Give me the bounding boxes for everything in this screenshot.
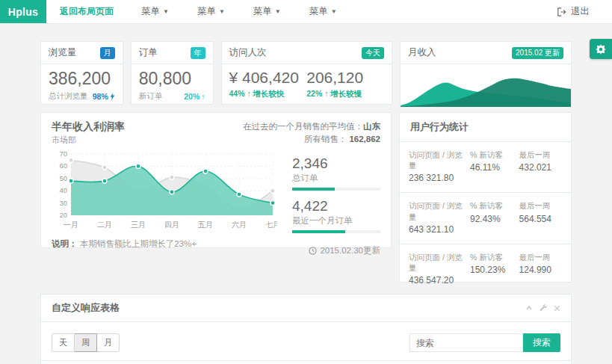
stat-label: % 新访客	[470, 149, 519, 160]
month-orders-value: 4,422	[292, 198, 380, 215]
col-progress: 进度	[317, 361, 370, 364]
visits-sub-1: 44% ↑ 增长较快	[229, 89, 307, 99]
settings-fab[interactable]	[590, 39, 612, 59]
visits-value-1: ¥ 406,420	[229, 69, 307, 87]
badge-today: 今天	[362, 47, 384, 59]
card-monthly-income: 月收入 2015.02 更新	[400, 41, 572, 105]
sign-out-icon	[557, 7, 566, 16]
svg-text:50: 50	[59, 173, 67, 182]
visits-value-2: 206,120	[306, 69, 384, 87]
updated-text: 2015.02.30更新	[320, 245, 380, 256]
caret-down-icon: ▼	[163, 8, 169, 15]
caret-down-icon: ▼	[331, 8, 337, 15]
badge-updated: 2015.02 更新	[512, 47, 563, 59]
period-filter-group: 天 周 月	[52, 333, 120, 352]
search-button[interactable]: 搜索	[523, 333, 560, 352]
note-label: 说明：	[52, 239, 78, 248]
svg-text:60: 60	[59, 161, 67, 170]
card-income-title: 月收入	[408, 46, 436, 59]
close-icon[interactable]	[554, 305, 560, 312]
stat-cards-row: 浏览量 月 386,200 总计浏览量 98% 订单 年 80,	[40, 41, 572, 105]
avg-sales-value: 山东	[363, 122, 380, 131]
svg-text:六月: 六月	[232, 220, 247, 229]
nav-menu-4-label: 菜单	[309, 5, 328, 18]
stat-label: 访问页面 / 浏览量	[409, 149, 470, 170]
month-orders-label: 最近一个月订单	[292, 215, 380, 226]
stat-value: 432.021	[519, 162, 562, 173]
svg-text:30: 30	[59, 198, 67, 206]
pageviews-label: 总计浏览量	[49, 91, 88, 102]
col-date: 日期	[422, 361, 518, 364]
card-orders-title: 订单	[139, 46, 158, 59]
table-panel-title: 自定义响应表格	[52, 301, 120, 315]
stat-value: 564.554	[519, 214, 562, 224]
col-project: 项目	[41, 361, 317, 364]
stat-value: 236 321.80	[409, 173, 470, 183]
nav-menu-1[interactable]: 菜单 ▼	[127, 5, 183, 18]
card-pageviews-title: 浏览量	[49, 46, 77, 59]
stat-value: 46.11%	[470, 162, 519, 173]
orders-label: 新订单	[139, 91, 163, 102]
col-action: 操作	[518, 361, 571, 364]
user-stats-row: 访问页面 / 浏览量 236 321.80 % 新访客 46.11% 最后一周 …	[400, 142, 571, 193]
total-orders-progress	[292, 188, 380, 191]
collapse-icon[interactable]	[525, 304, 533, 312]
user-stats-panel: 用户行为统计 访问页面 / 浏览量 236 321.80 % 新访客 46.11…	[399, 112, 572, 283]
filter-week-button[interactable]: 周	[75, 333, 97, 352]
top-navbar: Hplus 返回布局页面 菜单 ▼ 菜单 ▼ 菜单 ▼ 菜单 ▼ 退出	[0, 0, 612, 24]
filter-month-button[interactable]: 月	[97, 333, 120, 352]
filter-day-button[interactable]: 天	[52, 333, 75, 352]
orders-value: 80,800	[139, 69, 205, 89]
nav-menu-4[interactable]: 菜单 ▼	[295, 5, 351, 18]
stat-label: % 新访客	[470, 200, 519, 211]
nav-menu-3-label: 菜单	[253, 5, 272, 18]
card-pageviews: 浏览量 月 386,200 总计浏览量 98%	[40, 41, 123, 105]
search-input[interactable]	[409, 333, 523, 352]
page-content: 浏览量 月 386,200 总计浏览量 98% 订单 年 80,	[0, 24, 612, 364]
logout-label: 退出	[571, 5, 590, 18]
svg-text:七月: 七月	[265, 220, 277, 229]
month-orders-progress	[292, 230, 380, 233]
card-visits-title: 访问人次	[229, 46, 267, 59]
gear-icon	[596, 44, 606, 55]
note-text: 本期销售额比上期增长了23%+	[80, 239, 197, 248]
back-home-link[interactable]: 返回布局页面	[46, 5, 127, 18]
avg-sales-label: 在过去的一个月销售的平均值：	[243, 122, 363, 131]
stat-value: 643 321.10	[409, 224, 470, 235]
caret-down-icon: ▼	[275, 8, 281, 15]
pageviews-value: 386,200	[49, 69, 115, 89]
svg-text:40: 40	[59, 186, 67, 194]
user-stats-row: 访问页面 / 浏览量 643 321.10 % 新访客 92.43% 最后一周 …	[400, 193, 571, 244]
all-sales-label: 所有销售：	[304, 135, 347, 144]
stat-label: 访问页面 / 浏览量	[409, 252, 470, 273]
app-logo[interactable]: Hplus	[0, 0, 46, 23]
nav-menu-2-label: 菜单	[197, 5, 216, 18]
total-orders-value: 2,346	[292, 155, 380, 172]
projects-table: 项目 进度 任务 日期 操作 米莫说 | MiMO Show 20% 2014.…	[41, 360, 571, 364]
revenue-panel: 半年收入利润率 市场部 在过去的一个月销售的平均值：山东 所有销售： 162,8…	[40, 112, 392, 248]
nav-menu-3[interactable]: 菜单 ▼	[239, 5, 295, 18]
stat-value: 124.990	[519, 265, 562, 275]
revenue-line-chart: 203040506070一月二月三月四月五月六月七月	[52, 148, 280, 235]
clock-icon	[309, 247, 317, 255]
logout-button[interactable]: 退出	[557, 0, 612, 23]
wrench-icon[interactable]	[540, 304, 547, 312]
level-up-icon: ↑	[201, 92, 205, 101]
card-visits: 访问人次 今天 ¥ 406,420 44% ↑ 增长较快 206,120 22%…	[221, 41, 392, 105]
nav-menu: 返回布局页面 菜单 ▼ 菜单 ▼ 菜单 ▼ 菜单 ▼	[46, 0, 351, 23]
nav-menu-2[interactable]: 菜单 ▼	[183, 5, 239, 18]
revenue-subtitle: 市场部	[52, 135, 125, 146]
caret-down-icon: ▼	[219, 8, 225, 15]
stat-label: 最后一周	[519, 252, 562, 262]
svg-text:三月: 三月	[131, 220, 146, 229]
visits-sub-2: 22% ↑ 增长较慢	[306, 89, 384, 99]
svg-text:二月: 二月	[97, 220, 112, 229]
bolt-icon	[110, 93, 115, 100]
card-orders: 订单 年 80,800 新订单 20% ↑	[131, 41, 214, 105]
stat-value: 436 547.20	[409, 275, 470, 286]
responsive-table-panel: 自定义响应表格 天 周 月 搜索	[40, 294, 572, 364]
stat-label: 访问页面 / 浏览量	[409, 200, 470, 221]
stat-value: 92.43%	[470, 214, 519, 224]
svg-text:五月: 五月	[198, 220, 213, 229]
revenue-title: 半年收入利润率	[52, 120, 125, 134]
